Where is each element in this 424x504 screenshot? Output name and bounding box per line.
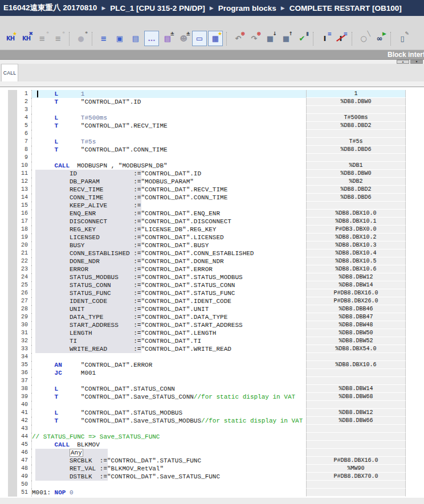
code-cell[interactable]: LICENSED :="CONTROL_DAT".LICENSED — [32, 233, 306, 241]
code-cell[interactable]: TI :="CONTROL_DAT".TI — [32, 337, 306, 345]
code-line: 51M001: NOP 0 — [0, 489, 424, 497]
block-interface-header[interactable]: Block interf — [0, 50, 424, 59]
code-cell[interactable] — [32, 154, 306, 162]
delete-network-icon[interactable]: KH✖ — [19, 31, 34, 46]
toolbar-separator — [390, 32, 392, 46]
monitor-off-icon[interactable]: I≡ — [333, 31, 348, 46]
code-cell[interactable]: L T#500ms — [32, 114, 306, 122]
upload-from-device-icon[interactable]: ■↑ — [279, 31, 293, 46]
code-cell[interactable] — [32, 425, 306, 433]
code-cell[interactable]: T "CONTROL_DAT".ID — [32, 98, 306, 106]
code-cell[interactable]: IDENT_CODE :="CONTROL_DAT".IDENT_CODE — [32, 297, 306, 305]
code-cell[interactable]: BUSY :="CONTROL_DAT".BUSY — [32, 241, 306, 249]
code-cell[interactable]: RET_VAL :="BLKMOV_RetVal" — [32, 465, 306, 473]
code-cell[interactable]: RECV_TIME :="CONTROL_DAT".RECV_TIME — [32, 186, 306, 194]
code-cell[interactable]: // STATUS_FUNC => Save_STATUS_FUNC — [32, 433, 306, 441]
code-cell[interactable]: STATUS_FUNC :="CONTROL_DAT".STATUS_FUNC — [32, 289, 306, 297]
line-number: 11 — [17, 170, 32, 178]
toolbar-separator — [313, 32, 314, 46]
code-cell[interactable]: T "CONTROL_DAT".RECV_TIME — [32, 122, 306, 130]
absolute-address-cell: %DB8.DBW66 — [306, 417, 406, 425]
code-cell[interactable]: L T#5s — [32, 138, 306, 146]
code-cell[interactable]: STATUS_MODBUS :="CONTROL_DAT".STATUS_MOD… — [32, 273, 306, 281]
find-replace-icon[interactable]: ○╲ — [356, 31, 371, 46]
code-line: 28 UNIT :="CONTROL_DAT".UNIT%DB8.DBB46 — [0, 305, 424, 313]
code-cell[interactable]: T "CONTROL_DAT".Save_STATUS_CONN//for st… — [32, 393, 306, 401]
gutter-strip — [8, 106, 17, 114]
watch-glasses-icon[interactable]: ∞▶ — [372, 31, 387, 46]
absolute-address-cell — [306, 441, 406, 449]
gutter-strip — [8, 265, 17, 273]
download-to-device-icon[interactable]: ■↓ — [263, 31, 278, 46]
code-cell[interactable]: L 1 — [32, 90, 306, 98]
code-cell[interactable]: AN "CONTROL_DAT".ERROR — [32, 361, 306, 369]
code-cell[interactable]: REG_KEY :="LICENSE_DB".REG_KEY — [32, 226, 306, 233]
code-cell[interactable]: T "CONTROL_DAT".CONN_TIME — [32, 146, 306, 154]
code-cell[interactable]: T "CONTROL_DAT".Save_STATUS_MODBUS//for … — [32, 417, 306, 425]
open-all-networks-icon[interactable]: ▣ — [112, 31, 127, 46]
gutter-strip — [8, 186, 17, 194]
close-all-networks-icon[interactable]: ▤ — [128, 31, 143, 46]
code-cell[interactable]: ENQ_ENR :="CONTROL_DAT".ENQ_ENR — [32, 210, 306, 218]
code-cell[interactable]: WRITE_READ :="CONTROL_DAT".WRITE_READ — [32, 345, 306, 353]
discard-redo-icon[interactable]: ↷⊗ — [247, 31, 262, 46]
code-cell[interactable]: CONN_TIME :="CONTROL_DAT".CONN_TIME — [32, 194, 306, 202]
monitor-on-icon[interactable]: I≡ — [317, 31, 332, 46]
code-cell[interactable]: UNIT :="CONTROL_DAT".UNIT — [32, 305, 306, 313]
breadcrumb-item[interactable]: PLC_1 [CPU 315-2 PN/DP] — [110, 4, 205, 13]
insert-row-below-icon[interactable]: ≡* — [51, 31, 66, 46]
code-cell[interactable]: ERROR :="CONTROL_DAT".ERROR — [32, 265, 306, 273]
any-pointer-field[interactable]: Any — [70, 449, 83, 457]
absolute-operands-icon[interactable]: ▭ — [192, 31, 207, 46]
code-line: 1 L 11 — [0, 90, 424, 98]
code-cell[interactable]: CONN_ESTABLISHED :="CONTROL_DAT".CONN_ES… — [32, 249, 306, 257]
stl-code-editor[interactable]: 1 L 112 T "CONTROL_DAT".ID%DB8.DBW03 4 L… — [0, 87, 424, 498]
code-line: 8 T "CONTROL_DAT".CONN_TIME%DB8.DBD6 — [0, 146, 424, 154]
code-cell[interactable]: CALL BLKMOV — [32, 441, 306, 449]
toolbar-separator — [352, 32, 353, 46]
tab-call[interactable]: CALL — [1, 64, 18, 81]
discard-undo-icon[interactable]: ↶⊗ — [231, 31, 246, 46]
code-cell[interactable]: LENGTH :="CONTROL_DAT".LENGTH — [32, 329, 306, 337]
code-cell[interactable]: KEEP_ALIVE := — [32, 202, 306, 210]
code-cell[interactable]: DSTBLK :="CONTROL_DAT".Save_STATUS_FUNC — [32, 473, 306, 481]
breadcrumb-item[interactable]: Program blocks — [218, 4, 276, 13]
code-cell[interactable]: DATA_TYPE :="CONTROL_DAT".DATA_TYPE — [32, 313, 306, 321]
code-cell[interactable]: M001: NOP 0 — [32, 489, 306, 497]
absolute-address-cell: %DB8.DBX10.5 — [306, 257, 406, 265]
code-cell[interactable]: DONE_NDR :="CONTROL_DAT".DONE_NDR — [32, 257, 306, 265]
network-comments-icon[interactable]: … — [144, 31, 159, 46]
network-list-icon[interactable]: ≡ — [96, 31, 111, 46]
code-cell[interactable] — [32, 353, 306, 361]
insert-network-icon[interactable]: KH★ — [3, 31, 18, 46]
block-properties-icon[interactable]: ▯✎ — [395, 31, 410, 46]
code-cell[interactable]: CALL MODBUSPN , "MODBUSPN_DB" — [32, 162, 306, 170]
symbol-favorites-icon[interactable]: ▦★ — [208, 31, 223, 46]
code-cell[interactable]: DB_PARAM :="MODBUS_PARAM" — [32, 178, 306, 186]
code-line: 17 DISCONNECT :="CONTROL_DAT".DISCONNECT… — [0, 218, 424, 226]
code-cell[interactable]: START_ADDRESS :="CONTROL_DAT".START_ADDR… — [32, 321, 306, 329]
reset-start-values-icon[interactable]: ●* — [74, 31, 88, 46]
breadcrumb-item[interactable]: E16042遠東重八 20170810 — [3, 3, 97, 13]
symbol-table-icon[interactable]: ▤± — [160, 31, 175, 46]
splitter-collapse-icon[interactable]: ▼ — [410, 60, 423, 64]
code-cell[interactable]: ID :="CONTROL_DAT".ID — [32, 170, 306, 178]
code-cell[interactable] — [32, 377, 306, 385]
insert-row-above-icon[interactable]: ≡* — [35, 31, 50, 46]
code-cell[interactable]: DISCONNECT :="CONTROL_DAT".DISCONNECT — [32, 218, 306, 226]
breadcrumb-item[interactable]: COMPLETE RESTART [OB100] — [290, 4, 402, 13]
code-cell[interactable] — [32, 401, 306, 409]
code-cell[interactable]: SRCBLK :="CONTROL_DAT".STATUS_FUNC — [32, 457, 306, 465]
call-environment-icon[interactable]: ☻± — [176, 31, 191, 46]
code-cell[interactable] — [32, 106, 306, 114]
code-cell[interactable] — [32, 481, 306, 489]
code-cell[interactable] — [32, 130, 306, 138]
code-cell[interactable]: JC M001 — [32, 369, 306, 377]
code-cell[interactable]: Any — [32, 449, 306, 457]
splitter-expand-icon[interactable]: ▲ — [397, 60, 409, 64]
block-interface-splitter[interactable]: ▲ ▼ — [0, 59, 424, 64]
code-cell[interactable]: L "CONTROL_DAT".STATUS_CONN — [32, 385, 306, 393]
code-cell[interactable]: L "CONTROL_DAT".STATUS_MODBUS — [32, 409, 306, 417]
go-online-icon[interactable]: ✔▮ — [295, 31, 309, 46]
code-cell[interactable]: STATUS_CONN :="CONTROL_DAT".STATUS_CONN — [32, 281, 306, 289]
